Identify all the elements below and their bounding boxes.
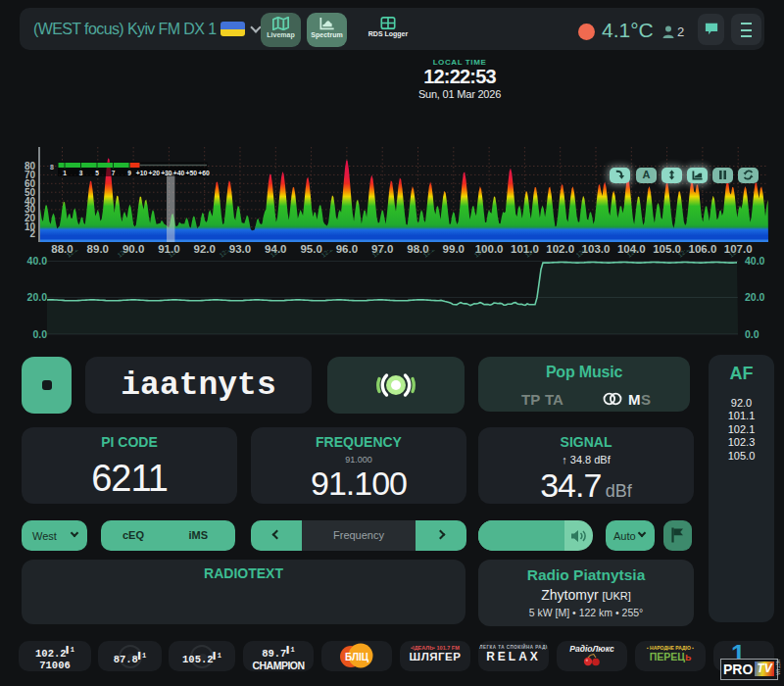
- svg-text:7: 7: [112, 170, 116, 176]
- svg-text:12:22:15: 12:22:15: [421, 250, 446, 259]
- svg-text:40.0: 40.0: [27, 255, 48, 267]
- svg-text:20.0: 20.0: [27, 291, 48, 303]
- svg-text:5: 5: [95, 170, 99, 176]
- svg-text:+20: +20: [148, 170, 160, 176]
- svg-text:12:22:45: 12:22:45: [523, 250, 548, 259]
- svg-text:2: 2: [29, 228, 35, 239]
- svg-text:0.0: 0.0: [32, 328, 47, 340]
- svg-text:0.0: 0.0: [745, 328, 760, 340]
- svg-text:12:21:30: 12:21:30: [269, 250, 293, 259]
- svg-text:40.0: 40.0: [745, 255, 765, 267]
- svg-text:12:23:30: 12:23:30: [676, 250, 701, 259]
- svg-text:8: 8: [50, 164, 54, 171]
- svg-text:+60: +60: [198, 170, 210, 176]
- svg-text:12:23:00: 12:23:00: [574, 250, 599, 259]
- svg-text:12:20:30: 12:20:30: [65, 250, 89, 259]
- svg-text:12:22:30: 12:22:30: [472, 250, 497, 259]
- svg-text:3: 3: [79, 170, 83, 176]
- svg-text:+10: +10: [136, 170, 148, 176]
- svg-text:80: 80: [24, 161, 36, 172]
- svg-text:БЛІЦ: БЛІЦ: [345, 652, 369, 662]
- svg-text:20.0: 20.0: [745, 291, 765, 303]
- svg-text:9: 9: [127, 170, 131, 176]
- svg-text:+40: +40: [173, 170, 185, 176]
- svg-text:12:21:45: 12:21:45: [319, 250, 344, 259]
- svg-text:+50: +50: [186, 170, 198, 176]
- svg-text:12:20:45: 12:20:45: [116, 250, 140, 259]
- svg-text:12:21:00: 12:21:00: [167, 250, 191, 259]
- svg-text:+30: +30: [161, 170, 172, 176]
- svg-text:12:23:15: 12:23:15: [625, 250, 650, 259]
- svg-text:1: 1: [63, 170, 67, 176]
- svg-text:12:22:00: 12:22:00: [370, 250, 395, 259]
- svg-text:12:21:15: 12:21:15: [218, 250, 242, 259]
